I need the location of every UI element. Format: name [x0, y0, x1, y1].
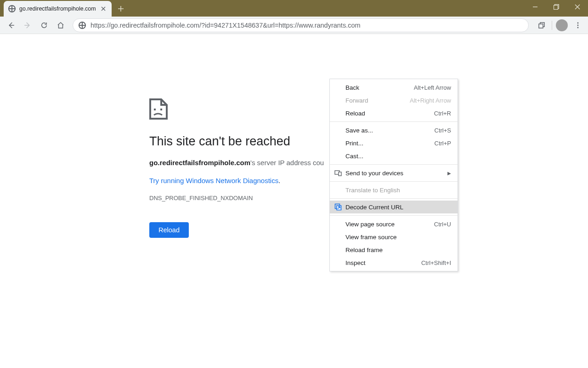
share-button[interactable]: [535, 19, 548, 32]
reload-page-button[interactable]: Reload: [149, 222, 189, 238]
context-menu-item-shortcut: Alt+Left Arrow: [414, 84, 451, 91]
context-menu-item-label: Reload: [345, 110, 434, 117]
divider: [552, 21, 552, 30]
chevron-right-icon: ▶: [447, 171, 451, 176]
home-button[interactable]: [53, 18, 68, 33]
back-button[interactable]: [4, 18, 18, 33]
context-menu-item[interactable]: Print...Ctrl+P: [330, 137, 458, 150]
context-menu-separator: [330, 215, 458, 216]
svg-point-4: [577, 24, 579, 26]
context-menu-item-label: View frame source: [345, 234, 451, 241]
browser-tab[interactable]: go.redirectfailsfrompihole.com: [4, 1, 112, 17]
svg-point-5: [577, 27, 579, 28]
context-menu-item[interactable]: BackAlt+Left Arrow: [330, 81, 458, 94]
context-menu-item-shortcut: Ctrl+R: [434, 110, 451, 117]
context-menu-item-label: Back: [345, 84, 414, 91]
address-bar[interactable]: https://go.redirectfailsfrompihole.com/?…: [73, 18, 529, 32]
context-menu-item: ForwardAlt+Right Arrow: [330, 94, 458, 107]
context-menu-item[interactable]: Send to your devices▶: [330, 167, 458, 179]
sad-document-icon: [149, 98, 168, 120]
toolbar: https://go.redirectfailsfrompihole.com/?…: [0, 17, 588, 34]
context-menu-separator: [330, 121, 458, 122]
context-menu-item-label: View page source: [345, 221, 434, 228]
context-menu-item-label: Inspect: [345, 259, 421, 266]
context-menu-separator: [330, 164, 458, 165]
context-menu-item-shortcut: Ctrl+U: [434, 221, 451, 228]
profile-avatar[interactable]: [556, 19, 568, 31]
context-menu-item[interactable]: Reload frame: [330, 243, 458, 256]
tab-title: go.redirectfailsfrompihole.com: [19, 6, 96, 12]
context-menu-item-label: Send to your devices: [345, 170, 447, 177]
new-tab-button[interactable]: [114, 2, 127, 15]
svg-rect-1: [554, 6, 558, 10]
context-menu-item-label: Translate to English: [345, 187, 451, 194]
close-window-button[interactable]: [567, 0, 588, 14]
svg-rect-6: [154, 109, 156, 110]
context-menu[interactable]: BackAlt+Left ArrowForwardAlt+Right Arrow…: [329, 79, 458, 271]
context-menu-item-label: Decode Current URL: [345, 204, 451, 211]
svg-rect-9: [339, 172, 341, 176]
window-controls: [525, 0, 588, 17]
maximize-button[interactable]: [546, 0, 567, 14]
minimize-button[interactable]: [525, 0, 546, 14]
context-menu-item[interactable]: Save as...Ctrl+S: [330, 124, 458, 137]
context-menu-separator: [330, 181, 458, 182]
url-text: https://go.redirectfailsfrompihole.com/?…: [90, 22, 361, 29]
context-menu-item-label: Reload frame: [345, 247, 451, 253]
svg-point-3: [577, 22, 579, 23]
context-menu-item-shortcut: Ctrl+Shift+I: [421, 259, 451, 266]
context-menu-item[interactable]: InspectCtrl+Shift+I: [330, 256, 458, 269]
reload-button[interactable]: [37, 18, 51, 33]
globe-icon: [8, 5, 16, 12]
svg-rect-2: [539, 24, 543, 28]
forward-button[interactable]: [20, 18, 35, 33]
page-content: This site can't be reached go.redirectfa…: [0, 34, 588, 368]
context-menu-item[interactable]: Decode Current URL: [330, 201, 458, 213]
context-menu-item[interactable]: View page sourceCtrl+U: [330, 218, 458, 230]
context-menu-item[interactable]: View frame source: [330, 230, 458, 243]
svg-rect-7: [160, 109, 162, 110]
close-tab-button[interactable]: [100, 5, 107, 12]
context-menu-item: Translate to English: [330, 184, 458, 196]
context-menu-item-label: Cast...: [345, 153, 451, 160]
context-menu-item[interactable]: Cast...: [330, 150, 458, 162]
context-menu-item-label: Save as...: [345, 127, 435, 134]
context-menu-item-shortcut: Alt+Right Arrow: [410, 97, 451, 104]
devices-icon: [334, 169, 342, 177]
context-menu-item-label: Forward: [345, 97, 410, 104]
menu-button[interactable]: [571, 19, 584, 32]
context-menu-item-shortcut: Ctrl+P: [435, 140, 451, 147]
titlebar: go.redirectfailsfrompihole.com: [0, 0, 588, 17]
context-menu-item-shortcut: Ctrl+S: [435, 127, 451, 134]
context-menu-separator: [330, 198, 458, 199]
decode-icon: [334, 203, 342, 211]
context-menu-item-label: Print...: [345, 140, 435, 147]
globe-icon: [79, 22, 86, 29]
context-menu-item[interactable]: ReloadCtrl+R: [330, 107, 458, 120]
